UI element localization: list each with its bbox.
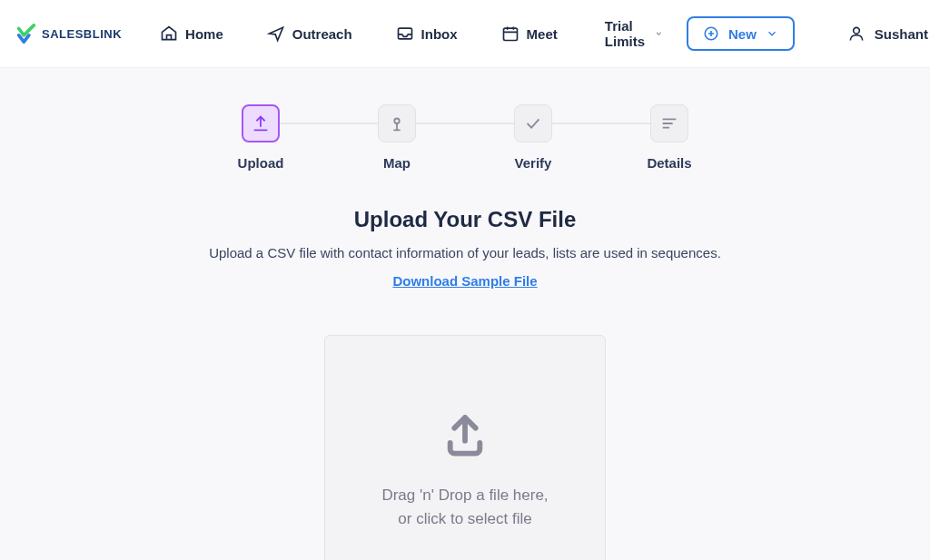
svg-rect-1 — [503, 28, 517, 40]
top-header: SALESBLINK Home Outreach Inbox Meet Tria… — [0, 0, 930, 68]
svg-point-4 — [853, 27, 859, 34]
main-content: Upload Map Verify Details Upload Your CS… — [0, 68, 930, 560]
svg-point-5 — [394, 119, 400, 124]
new-button-label: New — [728, 26, 757, 42]
nav-meet[interactable]: Meet — [489, 17, 570, 50]
new-button[interactable]: New — [687, 16, 795, 51]
plus-circle-icon — [703, 25, 719, 42]
trial-limits-label: Trial Limits — [605, 18, 649, 49]
dropzone-text: Drag 'n' Drop a file here, or click to s… — [374, 484, 556, 532]
chevron-down-icon — [655, 27, 663, 40]
step-map-label: Map — [383, 155, 411, 171]
step-verify[interactable]: Verify — [465, 104, 601, 171]
user-menu[interactable]: Sushant — [847, 25, 930, 43]
username: Sushant — [875, 26, 928, 42]
step-map[interactable]: Map — [329, 104, 465, 171]
nav-home[interactable]: Home — [147, 17, 236, 50]
nav-meet-label: Meet — [527, 26, 558, 42]
list-icon — [659, 113, 679, 133]
stepper: Upload Map Verify Details — [18, 104, 912, 171]
upload-icon — [251, 113, 271, 133]
upload-cloud-icon — [440, 411, 490, 462]
user-icon — [847, 25, 866, 43]
nav-outreach-label: Outreach — [292, 26, 352, 42]
pin-icon — [387, 113, 407, 133]
step-upload-label: Upload — [238, 155, 284, 171]
send-icon — [267, 25, 285, 43]
logo[interactable]: SALESBLINK — [16, 24, 122, 44]
nav-inbox-label: Inbox — [421, 26, 458, 42]
nav-outreach[interactable]: Outreach — [254, 17, 365, 50]
calendar-icon — [501, 25, 519, 43]
home-icon — [160, 25, 178, 43]
nav-home-label: Home — [185, 26, 223, 42]
nav-inbox[interactable]: Inbox — [383, 17, 470, 50]
page-title: Upload Your CSV File — [147, 207, 783, 232]
inbox-icon — [396, 25, 414, 43]
download-sample-link[interactable]: Download Sample File — [392, 273, 537, 289]
trial-limits-dropdown[interactable]: Trial Limits — [596, 11, 672, 56]
brand-name: SALESBLINK — [42, 27, 122, 41]
step-verify-label: Verify — [515, 155, 552, 171]
chevron-down-icon — [766, 27, 778, 40]
check-icon — [523, 113, 543, 133]
step-details-label: Details — [647, 155, 691, 171]
page-description: Upload a CSV file with contact informati… — [147, 245, 783, 260]
logo-icon — [16, 24, 36, 44]
upload-section: Upload Your CSV File Upload a CSV file w… — [147, 207, 783, 560]
step-upload[interactable]: Upload — [193, 104, 329, 171]
step-details[interactable]: Details — [601, 104, 737, 171]
file-dropzone[interactable]: Drag 'n' Drop a file here, or click to s… — [324, 335, 606, 560]
